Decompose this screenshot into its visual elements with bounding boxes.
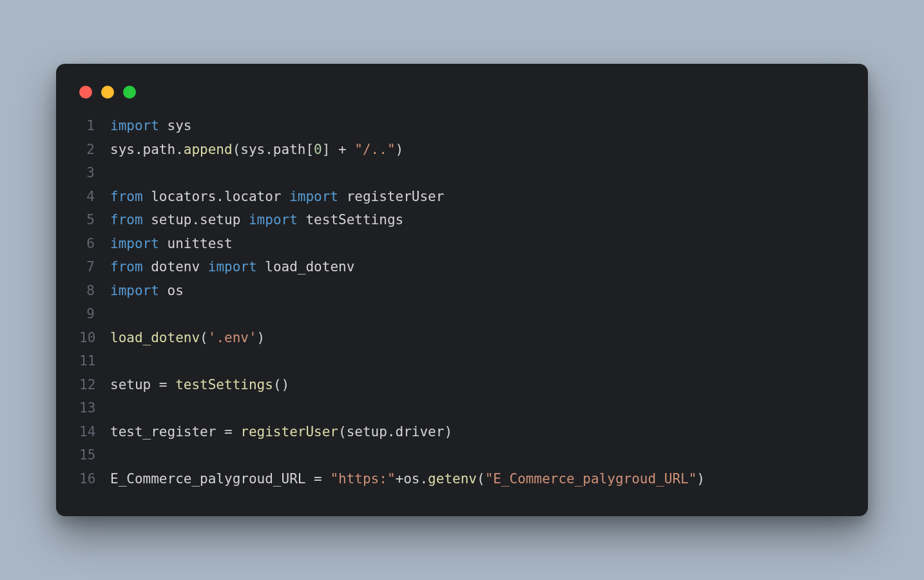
code-line[interactable]: 10load_dotenv('.env') <box>79 326 845 350</box>
line-number: 4 <box>79 185 110 209</box>
minimize-icon[interactable] <box>101 86 114 99</box>
line-number: 3 <box>79 161 110 185</box>
code-line[interactable]: 9 <box>79 302 845 326</box>
code-line[interactable]: 12setup = testSettings() <box>79 373 845 397</box>
line-number: 14 <box>79 420 110 444</box>
code-content: test_register = registerUser(setup.drive… <box>110 420 452 444</box>
code-content: import os <box>110 279 184 303</box>
code-line[interactable]: 5from setup.setup import testSettings <box>79 208 845 232</box>
line-number: 10 <box>79 326 110 350</box>
code-line[interactable]: 11 <box>79 349 845 373</box>
code-content: import unittest <box>110 232 233 256</box>
line-number: 11 <box>79 349 110 373</box>
editor-window: 1import sys2sys.path.append(sys.path[0] … <box>56 64 868 516</box>
code-content <box>110 349 119 373</box>
code-content: E_Commerce_palygroud_URL = "https:"+os.g… <box>110 467 705 491</box>
line-number: 6 <box>79 232 110 256</box>
code-line[interactable]: 1import sys <box>79 114 845 138</box>
code-content <box>110 161 119 185</box>
line-number: 12 <box>79 373 110 397</box>
line-number: 16 <box>79 467 110 491</box>
line-number: 9 <box>79 302 110 326</box>
line-number: 1 <box>79 114 110 138</box>
line-number: 5 <box>79 208 110 232</box>
code-line[interactable]: 2sys.path.append(sys.path[0] + "/..") <box>79 138 845 162</box>
window-titlebar <box>79 82 845 114</box>
code-line[interactable]: 3 <box>79 161 845 185</box>
line-number: 7 <box>79 255 110 279</box>
code-content: load_dotenv('.env') <box>110 326 265 350</box>
code-content <box>110 302 119 326</box>
code-line[interactable]: 13 <box>79 396 845 420</box>
code-line[interactable]: 14test_register = registerUser(setup.dri… <box>79 420 845 444</box>
code-area[interactable]: 1import sys2sys.path.append(sys.path[0] … <box>79 114 845 490</box>
code-content <box>110 443 119 467</box>
code-content: sys.path.append(sys.path[0] + "/..") <box>110 138 403 162</box>
maximize-icon[interactable] <box>123 86 136 99</box>
line-number: 13 <box>79 396 110 420</box>
code-line[interactable]: 8import os <box>79 279 845 303</box>
line-number: 8 <box>79 279 110 303</box>
code-line[interactable]: 6import unittest <box>79 232 845 256</box>
close-icon[interactable] <box>79 86 92 99</box>
line-number: 15 <box>79 443 110 467</box>
code-content: from locators.locator import registerUse… <box>110 185 444 209</box>
code-content: from setup.setup import testSettings <box>110 208 403 232</box>
code-content: import sys <box>110 114 191 138</box>
code-content: from dotenv import load_dotenv <box>110 255 354 279</box>
code-line[interactable]: 15 <box>79 443 845 467</box>
line-number: 2 <box>79 138 110 162</box>
code-content <box>110 396 119 420</box>
code-content: setup = testSettings() <box>110 373 289 397</box>
code-line[interactable]: 7from dotenv import load_dotenv <box>79 255 845 279</box>
code-line[interactable]: 16E_Commerce_palygroud_URL = "https:"+os… <box>79 467 845 491</box>
code-line[interactable]: 4from locators.locator import registerUs… <box>79 185 845 209</box>
